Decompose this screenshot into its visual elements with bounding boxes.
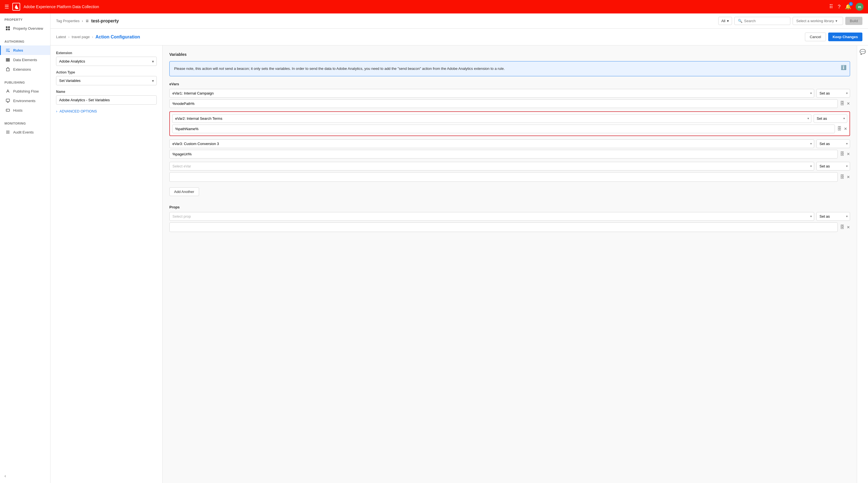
extension-group: Extension Adobe Analytics ▾ xyxy=(56,51,157,66)
prop-row-1: Select prop ▾ Set as ▾ xyxy=(169,212,850,232)
action-type-select[interactable]: Set Variables xyxy=(56,76,157,85)
evar2-select[interactable]: eVar2: Internal Search Terms xyxy=(172,114,811,123)
props-label: Props xyxy=(169,205,850,209)
extension-select[interactable]: Adobe Analytics xyxy=(56,57,157,66)
evar-row-3: eVar3: Custom Conversion 3 ▾ Set as ▾ xyxy=(169,140,850,158)
search-input[interactable] xyxy=(744,19,789,23)
sub-header: Tag Properties › 🖥 test-property All ▾ 🔍… xyxy=(51,13,868,29)
hosts-icon xyxy=(5,108,10,113)
right-panel: Variables ℹ️ Please note, this action wi… xyxy=(163,46,857,483)
prop1-db-icon[interactable]: 🗄 xyxy=(840,225,844,230)
info-icon: ℹ️ xyxy=(841,65,846,70)
evar4-db-icon[interactable]: 🗄 xyxy=(840,175,844,180)
library-chevron-icon: ▾ xyxy=(835,19,837,23)
evars-section: eVars eVar1: Internal Campaign ▾ xyxy=(169,82,850,201)
evar3-db-icon[interactable]: 🗄 xyxy=(840,151,844,156)
variables-title: Variables xyxy=(169,52,850,57)
notifications-icon[interactable]: 🔔 1 xyxy=(845,4,851,10)
publishing-flow-label: Publishing Flow xyxy=(13,89,39,93)
property-name: test-property xyxy=(91,19,119,24)
svg-rect-7 xyxy=(6,59,10,60)
svg-rect-3 xyxy=(8,26,10,28)
evar3-value-input[interactable] xyxy=(169,150,838,158)
name-input[interactable] xyxy=(56,95,157,104)
environments-icon xyxy=(5,98,10,103)
evar1-close-icon[interactable]: ✕ xyxy=(847,101,850,106)
sidebar-item-environments[interactable]: Environments xyxy=(0,96,50,105)
sidebar-item-hosts[interactable]: Hosts xyxy=(0,105,50,115)
evar2-db-icon[interactable]: 🗄 xyxy=(837,126,842,131)
sidebar-item-extensions[interactable]: Extensions xyxy=(0,64,50,74)
evar2-value-input[interactable] xyxy=(172,124,835,133)
advanced-options-toggle[interactable]: › ADVANCED OPTIONS xyxy=(56,109,157,113)
monitor-icon: 🖥 xyxy=(85,19,89,23)
build-button[interactable]: Build xyxy=(845,17,862,25)
user-avatar[interactable]: m xyxy=(856,3,864,11)
add-another-button[interactable]: Add Another xyxy=(169,187,199,196)
sidebar-collapse-button[interactable]: ‹ xyxy=(0,469,50,483)
evar1-db-icon[interactable]: 🗄 xyxy=(840,101,844,106)
help-icon[interactable]: ? xyxy=(838,4,840,10)
svg-rect-8 xyxy=(6,61,10,61)
evar3-select[interactable]: eVar3: Custom Conversion 3 xyxy=(169,140,814,148)
top-navigation: ☰ Adobe Experience Platform Data Collect… xyxy=(0,0,868,13)
evar1-value-input[interactable] xyxy=(169,99,838,108)
sidebar-item-publishing-flow[interactable]: Publishing Flow xyxy=(0,86,50,96)
breadcrumb-separator: › xyxy=(82,19,83,23)
sidebar-item-audit-events[interactable]: Audit Events xyxy=(0,127,50,137)
evar1-set-as-select[interactable]: Set as xyxy=(816,89,850,98)
evar4-close-icon[interactable]: ✕ xyxy=(847,175,850,179)
extensions-label: Extensions xyxy=(13,67,31,71)
prop1-select[interactable]: Select prop xyxy=(169,212,814,221)
name-group: Name xyxy=(56,90,157,104)
hosts-label: Hosts xyxy=(13,108,23,113)
evars-label: eVars xyxy=(169,82,850,86)
property-overview-label: Property Overview xyxy=(13,26,43,31)
audit-events-label: Audit Events xyxy=(13,130,34,134)
rules-icon xyxy=(5,48,10,53)
authoring-section-label: AUTHORING xyxy=(0,40,50,46)
prop1-close-icon[interactable]: ✕ xyxy=(847,225,850,230)
svg-rect-4 xyxy=(6,29,7,30)
search-icon: 🔍 xyxy=(738,19,742,23)
chat-icon[interactable]: 💬 xyxy=(860,49,866,55)
evar2-close-icon[interactable]: ✕ xyxy=(844,126,847,131)
svg-rect-2 xyxy=(6,26,7,28)
evar4-set-as-select[interactable]: Set as xyxy=(816,162,850,171)
evar-row-1: eVar1: Internal Campaign ▾ Set as ▾ xyxy=(169,89,850,108)
action-type-label: Action Type xyxy=(56,70,157,74)
cancel-button[interactable]: Cancel xyxy=(805,33,826,41)
action-type-group: Action Type Set Variables ▾ xyxy=(56,70,157,85)
library-select-label: Select a working library xyxy=(796,19,834,23)
extensions-icon xyxy=(5,67,10,72)
grid-icon[interactable]: ⠿ xyxy=(829,3,833,10)
sidebar-item-property-overview[interactable]: Property Overview xyxy=(0,24,50,33)
sidebar-item-data-elements[interactable]: Data Elements xyxy=(0,55,50,64)
side-panel: 💬 xyxy=(857,46,868,483)
evar3-set-as-select[interactable]: Set as xyxy=(816,140,850,148)
publishing-flow-icon xyxy=(5,89,10,94)
props-section: Props Select prop ▾ Set as xyxy=(169,205,850,232)
monitoring-section-label: MONITORING xyxy=(0,122,50,127)
evar-row-2: eVar2: Internal Search Terms ▾ Set as ▾ xyxy=(169,111,850,136)
library-select[interactable]: Select a working library ▾ xyxy=(793,17,843,25)
evar3-close-icon[interactable]: ✕ xyxy=(847,152,850,156)
property-section-label: PROPERTY xyxy=(0,18,50,24)
keep-changes-button[interactable]: Keep Changes xyxy=(828,33,862,41)
breadcrumb-tag-properties[interactable]: Tag Properties xyxy=(56,19,80,23)
notification-badge: 1 xyxy=(849,2,853,6)
evar-row-4: Select eVar ▾ Set as ▾ xyxy=(169,162,850,182)
breadcrumb-latest[interactable]: Latest xyxy=(56,35,66,39)
advanced-options-label: ADVANCED OPTIONS xyxy=(59,109,97,113)
prop1-set-as-select[interactable]: Set as xyxy=(816,212,850,221)
evar1-select[interactable]: eVar1: Internal Campaign xyxy=(169,89,814,98)
evar4-select[interactable]: Select eVar xyxy=(169,162,814,171)
action-header-controls: Cancel Keep Changes xyxy=(805,33,862,41)
breadcrumb-rule[interactable]: travel page xyxy=(72,35,90,39)
sidebar-item-rules[interactable]: Rules xyxy=(0,46,50,55)
filter-select[interactable]: All ▾ xyxy=(718,17,732,25)
hamburger-menu[interactable]: ☰ xyxy=(4,4,9,10)
evar2-set-as-select[interactable]: Set as xyxy=(814,114,847,123)
search-box[interactable]: 🔍 xyxy=(734,17,790,25)
breadcrumb-separator-2: › xyxy=(92,35,93,39)
